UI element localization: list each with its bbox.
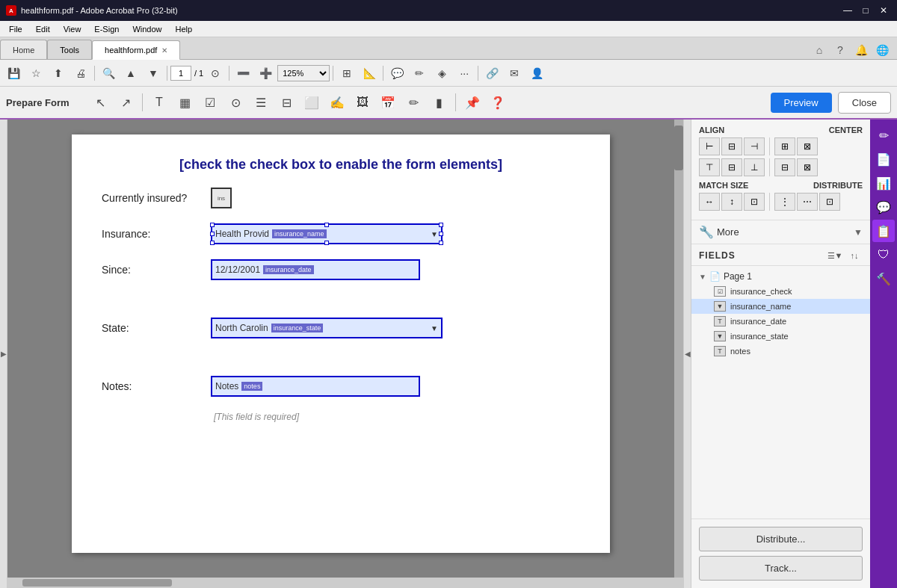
notification-icon[interactable]: 🔔 (852, 41, 870, 59)
bookmark-tool[interactable]: ☆ (25, 63, 46, 84)
handle-tc[interactable] (324, 223, 329, 227)
measure-tool[interactable]: 📐 (359, 63, 380, 84)
collapse-left-panel[interactable]: ▶ (0, 120, 7, 588)
fit-page-tool[interactable]: ⊙ (205, 63, 226, 84)
center-page-h-btn[interactable]: ⊠ (797, 137, 818, 155)
strip-comment-btn[interactable]: 💬 (872, 196, 895, 218)
zoom-out-tool[interactable]: 🔍 (98, 63, 119, 84)
strip-pages-btn[interactable]: 📄 (872, 148, 895, 170)
handle-ml[interactable] (210, 232, 215, 236)
select-tool[interactable]: ↖ (88, 90, 112, 114)
menu-esign[interactable]: E-Sign (88, 23, 125, 35)
pdf-h-scrollbar-thumb[interactable] (22, 579, 172, 587)
tab-tools[interactable]: Tools (47, 40, 92, 59)
handle-tr[interactable] (439, 223, 443, 227)
prev-page-tool[interactable]: ▲ (120, 63, 141, 84)
link-tool[interactable]: 🔗 (481, 63, 502, 84)
align-vcenter-btn[interactable]: ⊟ (721, 137, 742, 155)
more-tool[interactable]: ··· (454, 63, 475, 84)
pen-tool[interactable]: ✏ (409, 63, 430, 84)
select-object-tool[interactable]: ↗ (114, 90, 138, 114)
strip-protect-btn[interactable]: 🛡 (872, 244, 895, 266)
pdf-scroll-area[interactable]: [check the check box to enable the form … (7, 120, 674, 578)
help-form-tool[interactable]: ❓ (486, 90, 510, 114)
button-tool[interactable]: ⬜ (300, 90, 324, 114)
share-tool[interactable]: ⬆ (48, 63, 69, 84)
page-input[interactable] (170, 66, 191, 81)
comment-tool[interactable]: 💬 (386, 63, 407, 84)
date-field-tool[interactable]: 📅 (376, 90, 400, 114)
distribute-v-btn[interactable]: ⋯ (797, 193, 818, 211)
edit-field-tool[interactable]: ✏ (401, 90, 425, 114)
handle-mr[interactable] (439, 232, 443, 236)
match-height-btn[interactable]: ↕ (721, 193, 742, 211)
distribute-3-btn[interactable]: ⊡ (819, 193, 840, 211)
align-top-btn[interactable]: ⊤ (699, 158, 720, 176)
radio-tool[interactable]: ⊙ (224, 90, 247, 114)
dropdown-arrow-insurance[interactable]: ▼ (431, 230, 438, 238)
collapse-right-panel[interactable]: ◀ (683, 120, 691, 588)
strip-export-btn[interactable]: 📊 (872, 172, 895, 194)
handle-br[interactable] (439, 241, 443, 245)
menu-file[interactable]: File (3, 23, 28, 35)
field-notes[interactable]: Notes notes (211, 376, 420, 397)
image-field-tool[interactable]: 🖼 (351, 90, 374, 114)
distribute-h-btn[interactable]: ⋮ (774, 193, 795, 211)
pin-tool[interactable]: 📌 (460, 90, 484, 114)
close-window-button[interactable]: ✕ (876, 4, 891, 16)
sign-field-tool[interactable]: ✍ (325, 90, 349, 114)
menu-help[interactable]: Help (170, 23, 199, 35)
center-v-btn[interactable]: ⊟ (774, 158, 795, 176)
tab-close-icon[interactable]: ✕ (161, 46, 167, 55)
fields-order-btn[interactable]: ↑↓ (846, 249, 863, 262)
zoom-out2-tool[interactable]: ➖ (232, 63, 253, 84)
profile-tool[interactable]: 👤 (526, 63, 547, 84)
distribute-button[interactable]: Distribute... (699, 527, 863, 551)
close-form-button[interactable]: Close (838, 92, 891, 114)
handle-tl[interactable] (210, 223, 215, 227)
dropdown-tool[interactable]: ⊟ (274, 90, 298, 114)
strip-tools-btn[interactable]: 🔨 (872, 267, 895, 290)
save-tool[interactable]: 💾 (3, 63, 24, 84)
account-icon[interactable]: 🌐 (873, 41, 891, 59)
checkbox-tool[interactable]: ☑ (198, 90, 222, 114)
text-field-tool[interactable]: T (147, 90, 171, 114)
zoom-in-tool[interactable]: ➕ (255, 63, 276, 84)
annotate-tool[interactable]: ◈ (431, 63, 452, 84)
more-section[interactable]: 🔧 More ▼ (691, 220, 870, 244)
home-icon[interactable]: ⌂ (810, 41, 828, 59)
menu-edit[interactable]: Edit (30, 23, 56, 35)
preview-button[interactable]: Preview (771, 93, 832, 113)
field-insurance-check[interactable]: ins (211, 188, 232, 208)
zoom-select[interactable]: 125% 100% 75% 150% (277, 65, 330, 81)
track-button[interactable]: Track... (699, 556, 863, 581)
align-hcenter-btn[interactable]: ⊟ (721, 158, 742, 176)
tab-file[interactable]: healthform.pdf ✕ (92, 40, 180, 60)
pdf-v-scrollbar-thumb[interactable] (674, 126, 683, 170)
tree-page-1[interactable]: ▼ 📄 Page 1 (691, 269, 870, 284)
email-tool[interactable]: ✉ (504, 63, 525, 84)
tab-home[interactable]: Home (0, 40, 47, 59)
fit-width-tool[interactable]: ⊞ (336, 63, 357, 84)
tree-item-insurance-state[interactable]: ▼ insurance_state (691, 329, 870, 344)
fields-sort-btn[interactable]: ☰▼ (827, 249, 843, 262)
match-both-btn[interactable]: ⊡ (744, 193, 765, 211)
dropdown-arrow-state[interactable]: ▼ (431, 324, 438, 332)
align-bottom-btn[interactable]: ⊥ (744, 158, 765, 176)
minimize-button[interactable]: — (840, 4, 855, 16)
print-tool[interactable]: 🖨 (70, 63, 91, 84)
center-h-btn[interactable]: ⊞ (774, 137, 795, 155)
match-width-btn[interactable]: ↔ (699, 193, 720, 211)
center-page-v-btn[interactable]: ⊠ (797, 158, 818, 176)
menu-view[interactable]: View (58, 23, 87, 35)
tree-item-notes[interactable]: T notes (691, 344, 870, 359)
listbox-tool[interactable]: ☰ (249, 90, 273, 114)
strip-form-btn[interactable]: 📋 (872, 220, 895, 242)
align-left-btn[interactable]: ⊢ (699, 137, 720, 155)
field-insurance-date[interactable]: 12/12/2001 insurance_date (211, 259, 420, 280)
field-insurance-state[interactable]: North Carolin insurance_state ▼ (211, 318, 443, 338)
field-insurance-name[interactable]: Health Provid insurance_name ▼ (211, 223, 443, 244)
handle-bl[interactable] (210, 241, 215, 245)
tree-item-insurance-check[interactable]: ☑ insurance_check (691, 284, 870, 299)
maximize-button[interactable]: □ (858, 4, 873, 16)
